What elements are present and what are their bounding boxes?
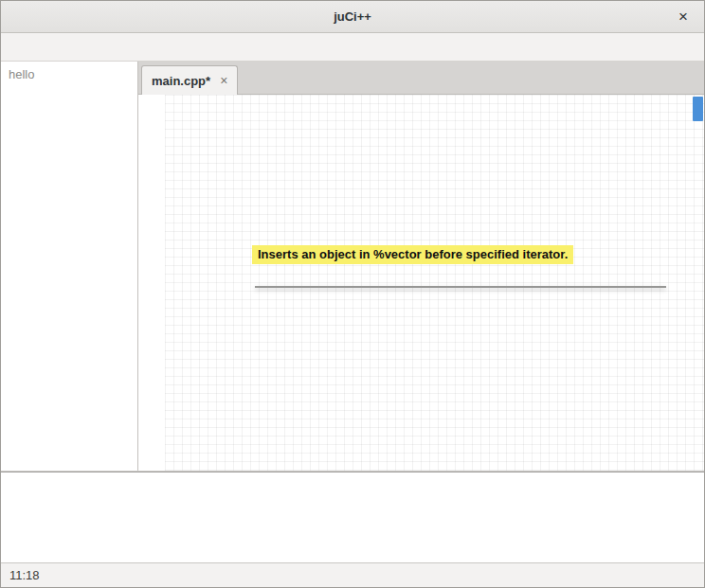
code-editor[interactable]: Inserts an object in %vector before spec… xyxy=(138,95,704,471)
scrollbar-thumb[interactable] xyxy=(693,97,703,121)
project-label[interactable]: hello xyxy=(1,62,137,88)
output-panel[interactable] xyxy=(1,472,704,562)
tab-label: main.cpp* xyxy=(152,74,210,88)
doc-tooltip: Inserts an object in %vector before spec… xyxy=(252,245,573,264)
editor-column: main.cpp* × Inserts an object in %vector… xyxy=(138,62,704,471)
close-icon[interactable]: × xyxy=(674,8,693,27)
main-area: hello main.cpp* × Inserts an object in %… xyxy=(1,62,704,472)
tab-main-cpp[interactable]: main.cpp* × xyxy=(141,65,238,95)
sidebar: hello xyxy=(1,62,138,471)
menubar xyxy=(1,33,704,62)
code-lines[interactable] xyxy=(165,95,704,471)
tab-close-icon[interactable]: × xyxy=(220,73,227,88)
window-title: juCi++ xyxy=(334,9,371,24)
line-number-gutter xyxy=(138,95,165,471)
vertical-scrollbar[interactable] xyxy=(692,95,704,471)
app-window: juCi++ × hello main.cpp* × Inserts an ob… xyxy=(0,0,705,588)
statusbar: 11:18 xyxy=(1,562,704,587)
titlebar[interactable]: juCi++ × xyxy=(1,1,704,33)
cursor-position: 11:18 xyxy=(9,568,40,582)
tabbar: main.cpp* × xyxy=(138,62,704,95)
completion-popup xyxy=(255,286,666,288)
